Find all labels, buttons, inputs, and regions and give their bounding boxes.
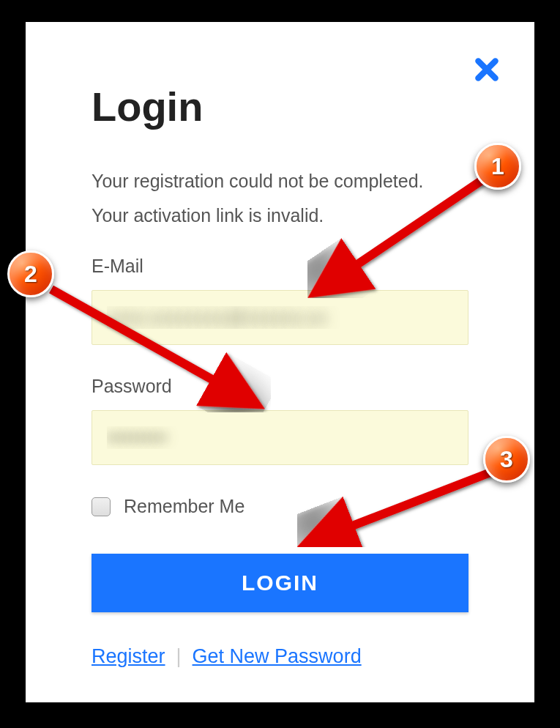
page-title: Login (92, 83, 468, 130)
remember-me-checkbox[interactable] (92, 497, 111, 516)
register-link[interactable]: Register (92, 645, 165, 668)
links-row: Register | Get New Password (92, 645, 468, 668)
login-button[interactable]: LOGIN (92, 554, 468, 612)
error-message-line1: Your registration could not be completed… (92, 171, 468, 192)
close-icon[interactable] (472, 55, 501, 84)
email-label: E-Mail (92, 256, 468, 277)
password-input[interactable] (92, 410, 468, 465)
remember-me-label: Remember Me (124, 496, 244, 517)
get-password-link[interactable]: Get New Password (193, 645, 362, 668)
remember-me-row: Remember Me (92, 496, 468, 517)
error-message-line2: Your activation link is invalid. (92, 205, 468, 226)
email-input[interactable] (92, 290, 468, 345)
login-modal: Login Your registration could not be com… (26, 22, 534, 702)
password-label: Password (92, 376, 468, 397)
link-divider: | (176, 645, 182, 668)
